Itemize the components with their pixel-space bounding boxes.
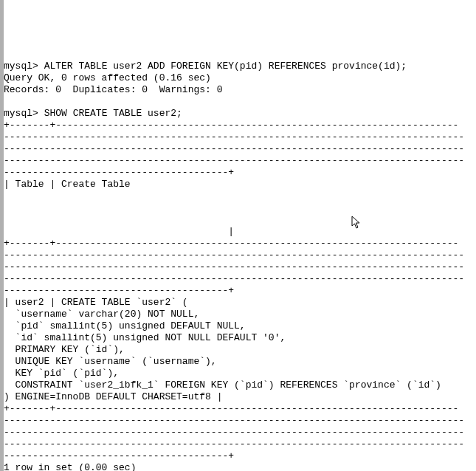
mouse-cursor-icon: [464, 250, 476, 261]
table-border: ---------------------------------------+: [4, 285, 234, 296]
create-table-line: PRIMARY KEY (`id`),: [4, 344, 125, 355]
mysql-terminal-output: mysql> ALTER TABLE user2 ADD FOREIGN KEY…: [4, 47, 476, 471]
query-result-line: Query OK, 0 rows affected (0.16 sec): [4, 72, 211, 83]
create-table-line: KEY `pid` (`pid`),: [4, 368, 119, 379]
table-border: ----------------------------------------…: [4, 427, 464, 438]
mouse-cursor-icon: [351, 216, 363, 230]
create-table-line: | user2 | CREATE TABLE `user2` (: [4, 297, 188, 308]
create-table-line: `id` smallint(5) unsigned NOT NULL DEFAU…: [4, 332, 286, 343]
table-border: ----------------------------------------…: [4, 273, 464, 284]
prompt: mysql>: [4, 108, 38, 119]
create-table-line: `username` varchar(20) NOT NULL,: [4, 309, 199, 320]
result-footer: 1 row in set (0.00 sec): [4, 462, 136, 471]
table-border: +-------+-------------------------------…: [4, 120, 458, 131]
table-header-row: | Table | Create Table: [4, 179, 131, 190]
sql-command-alter: ALTER TABLE user2 ADD FOREIGN KEY(pid) R…: [44, 61, 407, 72]
table-border: ----------------------------------------…: [4, 261, 464, 272]
table-header-end: |: [4, 226, 234, 237]
create-table-line: UNIQUE KEY `username` (`username`),: [4, 356, 217, 367]
create-table-line: `pid` smallint(5) unsigned DEFAULT NULL,: [4, 320, 246, 331]
table-border: ----------------------------------------…: [4, 131, 464, 142]
table-border: ---------------------------------------+: [4, 450, 234, 461]
table-border: ----------------------------------------…: [4, 143, 464, 154]
table-border: ----------------------------------------…: [4, 439, 464, 450]
table-border: ----------------------------------------…: [4, 155, 464, 166]
sql-command-show: SHOW CREATE TABLE user2;: [44, 108, 182, 119]
table-border: ----------------------------------------…: [4, 250, 464, 261]
table-border: ----------------------------------------…: [4, 415, 464, 426]
table-border: ---------------------------------------+: [4, 167, 234, 178]
create-table-line: ) ENGINE=InnoDB DEFAULT CHARSET=utf8 |: [4, 391, 222, 402]
table-border: +-------+-------------------------------…: [4, 238, 458, 249]
query-result-line: Records: 0 Duplicates: 0 Warnings: 0: [4, 84, 222, 95]
create-table-line: CONSTRAINT `user2_ibfk_1` FOREIGN KEY (`…: [4, 379, 441, 391]
prompt: mysql>: [4, 61, 38, 72]
table-border: +-------+-------------------------------…: [4, 403, 458, 414]
